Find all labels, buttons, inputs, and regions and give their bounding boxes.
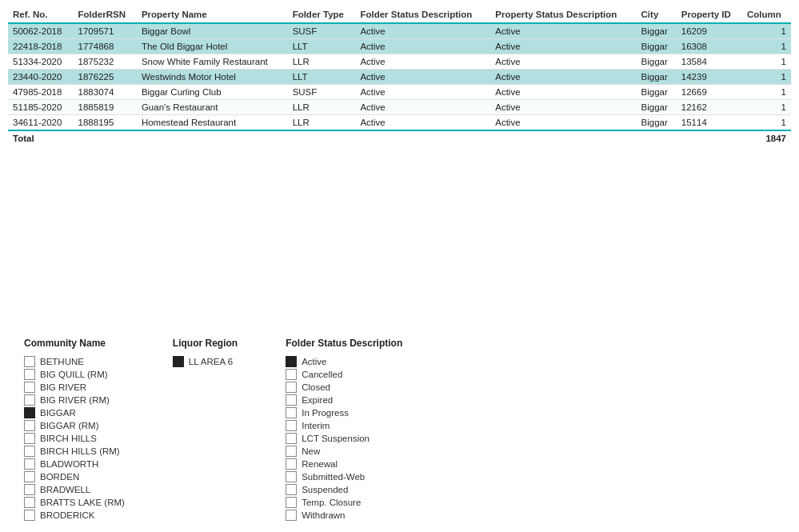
checkbox[interactable] [286,369,297,380]
liquor-region-filter-group: Liquor Region LL AREA 6 [173,338,238,522]
list-item[interactable]: BETHUNE [24,355,125,368]
table-header-column: Column [742,6,791,23]
filter-item-label: Temp. Closure [302,498,361,507]
list-item[interactable]: Interim [286,419,402,432]
filter-item-label: In Progress [302,408,349,418]
table-row[interactable]: 50062-20181709571Biggar BowlSUSFActiveAc… [8,23,791,39]
table-header-property-name: Property Name [137,6,288,23]
list-item[interactable]: Cancelled [286,368,402,381]
filter-item-label: BIGGAR [40,408,76,418]
table-header-folder-status-description: Folder Status Description [355,6,490,23]
table-row[interactable]: 51334-20201875232Snow White Family Resta… [8,54,791,70]
checkbox[interactable] [286,458,297,470]
filter-item-label: BETHUNE [40,357,84,366]
list-item[interactable]: Temp. Closure [286,496,402,509]
checkbox[interactable] [286,497,297,508]
table-row[interactable]: 23440-20201876225Westwinds Motor HotelLL… [8,70,791,85]
filter-item-label: Interim [302,421,330,430]
list-item[interactable]: Expired [286,394,402,406]
filter-item-label: BIG RIVER [40,382,86,392]
checkbox[interactable] [24,433,35,444]
list-item[interactable]: Suspended [286,483,402,496]
list-item[interactable]: BIGGAR (RM) [24,419,125,432]
list-item[interactable]: In Progress [286,406,402,419]
table-header-ref.-no.: Ref. No. [8,6,74,23]
filter-item-label: BORDEN [40,472,79,482]
list-item[interactable]: BORDEN [24,470,125,483]
table-header-property-status-description: Property Status Description [490,6,636,23]
list-item[interactable]: BIRCH HILLS (RM) [24,445,125,458]
list-item[interactable]: Submitted-Web [286,470,402,483]
list-item[interactable]: BIGGAR [24,406,125,419]
checkbox[interactable] [286,433,297,444]
list-item[interactable]: BLADWORTH [24,458,125,470]
list-item[interactable]: BRATTS LAKE (RM) [24,496,125,509]
list-item[interactable]: BIRCH HILLS [24,432,125,445]
filter-item-label: LCT Suspension [302,434,370,443]
checkbox[interactable] [286,394,297,406]
table-row[interactable]: 51185-20201885819Guan's RestaurantLLRAct… [8,100,791,115]
checkbox[interactable] [286,510,297,521]
filter-item-label: BIGGAR (RM) [40,421,98,430]
checkbox[interactable] [24,484,35,495]
list-item[interactable]: BRODERICK [24,509,125,522]
filter-item-label: BIG QUILL (RM) [40,370,108,379]
table-row[interactable]: 34611-20201888195Homestead RestaurantLLR… [8,115,791,131]
list-item[interactable]: BIG RIVER [24,381,125,394]
liquor-region-filter-title: Liquor Region [173,338,238,349]
checkbox[interactable] [24,446,35,457]
list-item[interactable]: BRADWELL [24,483,125,496]
filter-item-label: Expired [302,395,333,405]
table-header-row: Ref. No.FolderRSNProperty NameFolder Typ… [8,6,791,23]
table-header-folder-type: Folder Type [288,6,356,23]
checkbox[interactable] [286,382,297,393]
checkbox[interactable] [286,446,297,457]
checkbox[interactable] [24,356,35,367]
checkbox[interactable] [286,484,297,495]
checkbox[interactable] [24,497,35,508]
list-item[interactable]: BIG RIVER (RM) [24,394,125,406]
table-row[interactable]: 22418-20181774868The Old Biggar HotelLLT… [8,39,791,54]
checkbox[interactable] [24,471,35,482]
filter-item-label: BIRCH HILLS [40,434,97,443]
list-item[interactable]: Active [286,355,402,368]
table-header-city: City [637,6,677,23]
checkbox[interactable] [24,394,35,406]
list-item[interactable]: LCT Suspension [286,432,402,445]
table-header-property-id: Property ID [677,6,742,23]
filter-item-label: BRATTS LAKE (RM) [40,498,125,507]
checkbox[interactable] [24,369,35,380]
filter-item-label: Suspended [302,485,348,494]
list-item[interactable]: BIG QUILL (RM) [24,368,125,381]
table-section: Ref. No.FolderRSNProperty NameFolder Typ… [0,0,799,146]
filter-item-label: BRODERICK [40,510,94,520]
checkbox[interactable] [24,382,35,393]
filter-item-label: BIRCH HILLS (RM) [40,446,120,456]
data-table: Ref. No.FolderRSNProperty NameFolder Typ… [8,6,791,146]
list-item[interactable]: New [286,445,402,458]
checkbox[interactable] [286,420,297,431]
filter-item-label: BLADWORTH [40,459,98,469]
community-filter-group: Community Name BETHUNEBIG QUILL (RM)BIG … [24,338,125,522]
checkbox[interactable] [173,356,184,367]
table-row[interactable]: 47985-20181883074Biggar Curling ClubSUSF… [8,85,791,100]
checkbox[interactable] [24,407,35,418]
filter-section: Community Name BETHUNEBIG QUILL (RM)BIG … [0,322,799,532]
list-item[interactable]: Closed [286,381,402,394]
checkbox[interactable] [286,407,297,418]
checkbox[interactable] [24,420,35,431]
filter-item-label: Withdrawn [302,510,345,520]
checkbox[interactable] [24,458,35,470]
total-label: Total [8,130,74,146]
checkbox[interactable] [286,356,297,367]
filter-item-label: Submitted-Web [302,472,365,482]
list-item[interactable]: LL AREA 6 [173,355,238,368]
folder-status-filter-title: Folder Status Description [286,338,402,349]
table-footer-row: Total 1847 [8,130,791,146]
filter-item-label: Active [302,357,326,366]
list-item[interactable]: Renewal [286,458,402,470]
list-item[interactable]: Withdrawn [286,509,402,522]
filter-item-label: Renewal [302,459,338,469]
checkbox[interactable] [286,471,297,482]
checkbox[interactable] [24,510,35,521]
